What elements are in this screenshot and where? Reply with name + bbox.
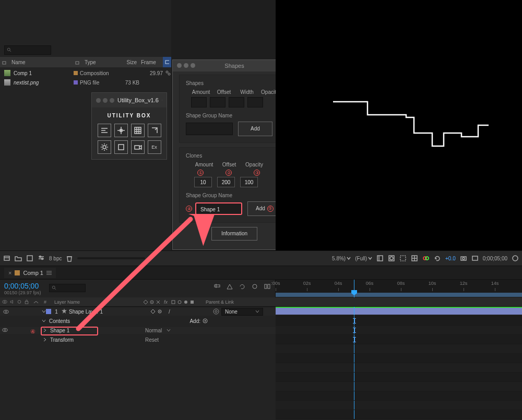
interpret-icon[interactable] <box>3 255 10 262</box>
label-opacity: Opacity <box>244 162 264 167</box>
tool-icon[interactable] <box>239 283 246 290</box>
exposure-value[interactable]: +0.0 <box>445 256 456 261</box>
twirl-icon[interactable] <box>42 309 46 315</box>
layer-color[interactable] <box>46 309 51 314</box>
shapes-add-button[interactable]: Add <box>238 122 272 136</box>
menu-icon[interactable] <box>162 98 162 103</box>
layer-row[interactable]: 1 Shape Layer 1 / None <box>0 307 522 316</box>
col-type[interactable]: Type <box>73 59 113 65</box>
timeline-search[interactable] <box>49 284 86 292</box>
traffic-light[interactable] <box>177 63 182 68</box>
col-name[interactable]: Name <box>0 59 73 65</box>
shapes-offset-input[interactable] <box>210 97 226 107</box>
timeline-tab-comp1[interactable]: × Comp 1 <box>4 268 56 278</box>
pickwhip-icon[interactable] <box>213 308 219 315</box>
switch-icon[interactable] <box>150 309 156 314</box>
bpc-label[interactable]: 8 bpc <box>49 256 62 261</box>
visibility-toggle[interactable] <box>2 327 8 333</box>
show-snapshot-icon[interactable] <box>471 255 479 262</box>
channel-icon[interactable] <box>422 255 430 262</box>
draft-icon[interactable] <box>376 255 384 262</box>
grid-button[interactable] <box>131 124 145 137</box>
add-menu-icon[interactable] <box>203 318 208 323</box>
menu-icon[interactable] <box>46 270 52 275</box>
playhead[interactable] <box>354 280 354 297</box>
shapes-amount-input[interactable] <box>191 97 207 107</box>
information-button[interactable]: Information <box>211 227 257 241</box>
clones-sgn-input[interactable]: Shape 1 <box>195 202 242 215</box>
camera-button[interactable] <box>131 140 145 154</box>
col-extra[interactable] <box>163 57 171 67</box>
twirl-icon[interactable] <box>43 328 47 333</box>
shapes-width-input[interactable] <box>229 97 244 107</box>
annotation-5: ⑤ <box>267 206 274 212</box>
grid-icon[interactable] <box>411 255 418 262</box>
traffic-light[interactable] <box>110 98 114 103</box>
tool-icon[interactable] <box>264 283 271 290</box>
traffic-light[interactable] <box>184 63 188 68</box>
utility-box-titlebar[interactable]: Utility_Box_v1.6 <box>92 93 167 107</box>
contents-row[interactable]: Contents Add: <box>0 316 522 326</box>
clones-opacity-input[interactable]: 100 <box>240 177 258 187</box>
settings-icon[interactable] <box>38 255 45 262</box>
anchor-button[interactable] <box>114 124 128 137</box>
trash-icon[interactable] <box>66 255 73 262</box>
speaker-icon[interactable] <box>9 299 15 305</box>
shape-name[interactable]: Shape 1 <box>50 328 69 333</box>
visibility-toggle[interactable] <box>3 309 9 315</box>
layer-name[interactable]: Shape Layer 1 <box>62 308 150 315</box>
eye-icon[interactable] <box>2 299 7 305</box>
ex-button[interactable]: Ex <box>148 140 161 154</box>
snapshot-icon[interactable] <box>460 255 467 262</box>
sun-button[interactable] <box>98 140 111 154</box>
traffic-light[interactable] <box>96 98 101 103</box>
reset-exposure-icon[interactable] <box>434 255 441 262</box>
mask-icon[interactable] <box>388 255 395 262</box>
time-ruler[interactable]: :00s02s04s06s08s10s12s14s16 <box>276 280 522 297</box>
switch-icon[interactable] <box>157 309 162 314</box>
blend-mode[interactable]: Normal <box>145 328 162 333</box>
project-row-comp[interactable]: Comp 1 Composition 29.97 <box>0 68 171 78</box>
solo-icon[interactable] <box>17 299 22 305</box>
footer-timecode[interactable]: 0;00;05;00 <box>483 256 507 261</box>
zoom-dropdown[interactable]: 5.8%) <box>332 256 351 261</box>
tool-icon[interactable] <box>251 283 258 290</box>
project-search[interactable] <box>4 45 51 55</box>
layer-duration-bar[interactable] <box>276 308 522 315</box>
twirl-icon[interactable] <box>43 337 47 343</box>
tool-icon[interactable] <box>213 283 221 290</box>
close-tab-icon[interactable]: × <box>8 270 11 276</box>
utility-box-window[interactable]: Utility_Box_v1.6 UTILITY BOX Ex <box>91 92 167 160</box>
work-area[interactable] <box>276 293 522 297</box>
lock-icon[interactable] <box>24 299 29 305</box>
transform-row[interactable]: Transform Reset <box>0 335 522 344</box>
composition-viewer[interactable] <box>276 0 522 250</box>
twirl-icon[interactable] <box>42 318 46 324</box>
slider[interactable] <box>77 257 145 259</box>
traffic-light[interactable] <box>191 63 195 68</box>
reset-button[interactable]: Reset <box>145 337 208 343</box>
render-icon[interactable] <box>512 255 519 262</box>
traffic-light[interactable] <box>103 98 108 103</box>
align-button[interactable] <box>98 124 111 137</box>
col-size[interactable]: Size <box>113 59 139 65</box>
square-button[interactable] <box>114 140 128 154</box>
clones-amount-input[interactable]: 10 <box>194 177 212 187</box>
new-comp-icon[interactable] <box>26 255 33 262</box>
shape-group-row[interactable]: ④ Shape 1 Normal <box>0 326 522 335</box>
clones-offset-input[interactable]: 200 <box>217 177 235 187</box>
svg-point-81 <box>215 310 217 313</box>
roi-icon[interactable] <box>399 255 407 262</box>
parent-dropdown[interactable]: None <box>221 308 263 316</box>
layer-switches[interactable]: / <box>150 309 213 315</box>
shy-icon[interactable] <box>33 299 39 304</box>
tool-icon[interactable] <box>226 283 233 290</box>
resolution-dropdown[interactable]: (Full) <box>355 256 372 261</box>
current-timecode[interactable]: 0;00;05;00 <box>4 282 39 290</box>
project-row-png[interactable]: nextist.png PNG file 73 KB <box>0 78 171 87</box>
col-frame[interactable]: Frame <box>139 59 163 65</box>
folder-icon[interactable] <box>15 255 22 262</box>
corner-button[interactable] <box>148 124 161 137</box>
shapes-sgn-input[interactable] <box>186 123 233 135</box>
shapes-opacity-input[interactable] <box>247 97 263 107</box>
